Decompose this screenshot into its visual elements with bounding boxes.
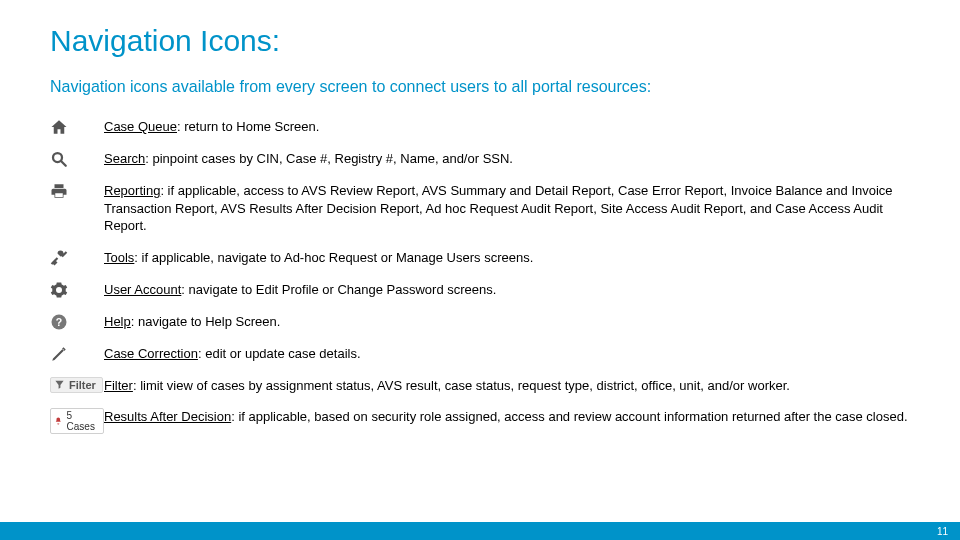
list-item: 5 Cases Results After Decision: if appli… (50, 408, 910, 434)
svg-rect-2 (55, 193, 63, 197)
search-icon (50, 150, 104, 168)
item-desc: Tools: if applicable, navigate to Ad-hoc… (104, 249, 910, 267)
list-item: Tools: if applicable, navigate to Ad-hoc… (50, 249, 910, 267)
item-label: Results After Decision (104, 409, 231, 424)
item-label: Tools (104, 250, 134, 265)
item-desc: Case Correction: edit or update case det… (104, 345, 910, 363)
page-number: 11 (937, 526, 948, 537)
list-item: Case Queue: return to Home Screen. (50, 118, 910, 136)
list-item: Search: pinpoint cases by CIN, Case #, R… (50, 150, 910, 168)
home-icon (50, 118, 104, 136)
item-label: Case Queue (104, 119, 177, 134)
item-desc: Filter: limit view of cases by assignmen… (104, 377, 910, 395)
list-item: Case Correction: edit or update case det… (50, 345, 910, 363)
item-desc: Case Queue: return to Home Screen. (104, 118, 910, 136)
page-title: Navigation Icons: (50, 24, 280, 58)
svg-text:?: ? (56, 315, 62, 327)
icon-list: Case Queue: return to Home Screen. Searc… (50, 118, 910, 448)
item-label: User Account (104, 282, 181, 297)
filter-button-icon: Filter (50, 377, 104, 393)
gear-icon (50, 281, 104, 299)
pencil-icon (50, 345, 104, 363)
print-icon (50, 182, 104, 200)
slide: Navigation Icons: Navigation icons avail… (0, 0, 960, 540)
item-label: Reporting (104, 183, 160, 198)
help-icon: ? (50, 313, 104, 331)
list-item: User Account: navigate to Edit Profile o… (50, 281, 910, 299)
item-desc: Search: pinpoint cases by CIN, Case #, R… (104, 150, 910, 168)
rad-button-icon: 5 Cases (50, 408, 104, 434)
item-label: Filter (104, 378, 133, 393)
list-item: Filter Filter: limit view of cases by as… (50, 377, 910, 395)
list-item: Reporting: if applicable, access to AVS … (50, 182, 910, 235)
tools-icon (50, 249, 104, 267)
list-item: ? Help: navigate to Help Screen. (50, 313, 910, 331)
item-label: Search (104, 151, 145, 166)
item-label: Help (104, 314, 131, 329)
item-desc: User Account: navigate to Edit Profile o… (104, 281, 910, 299)
item-label: Case Correction (104, 346, 198, 361)
item-desc: Results After Decision: if applicable, b… (104, 408, 910, 426)
item-desc: Reporting: if applicable, access to AVS … (104, 182, 910, 235)
footer-bar (0, 522, 960, 540)
item-desc: Help: navigate to Help Screen. (104, 313, 910, 331)
svg-line-1 (61, 161, 66, 166)
page-subtitle: Navigation icons available from every sc… (50, 78, 651, 96)
